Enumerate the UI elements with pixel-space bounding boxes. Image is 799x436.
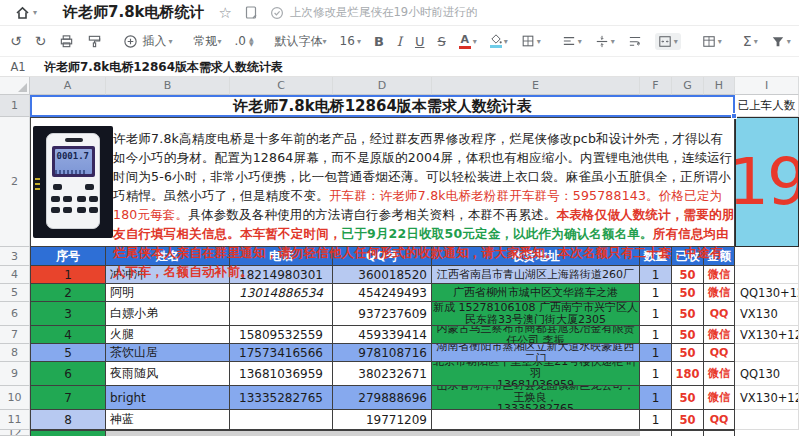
cell-I8[interactable] <box>735 344 799 362</box>
home-button[interactable]: ▾ <box>14 5 37 21</box>
cell-C9[interactable]: 13681036959 <box>230 362 333 386</box>
row-header-9[interactable]: 9 <box>0 362 30 386</box>
cell-H11[interactable]: QQ <box>704 410 735 430</box>
cell-I10[interactable]: VX130+12 <box>735 386 799 410</box>
cell-G11[interactable]: 50 <box>672 410 704 430</box>
cell-A4[interactable]: 1 <box>30 266 106 284</box>
row-header-2[interactable]: 2 <box>0 117 30 247</box>
cell-H12[interactable] <box>704 430 735 436</box>
insert-button[interactable]: 插入 ▾ <box>123 33 172 50</box>
cell-B12[interactable] <box>106 430 640 436</box>
horizontal-align-button[interactable]: ▾ <box>562 35 582 47</box>
number-format-select[interactable]: 常规▾ <box>193 33 221 50</box>
print-button[interactable] <box>59 34 74 49</box>
underline-button[interactable]: U <box>415 34 425 49</box>
cell-B8[interactable]: 茶饮山居 <box>106 344 230 362</box>
sheet-title-cell[interactable]: 许老师7.8k电桥12864版本需求人数统计表 <box>30 95 735 117</box>
cell-I5[interactable]: QQ130+12 <box>735 284 799 302</box>
boarded-label-cell[interactable]: 已上车人数 <box>735 95 799 117</box>
cell-A11[interactable]: 8 <box>30 410 106 430</box>
row-header-4[interactable]: 4 <box>0 266 30 284</box>
wrap-text-button[interactable] <box>628 35 642 47</box>
cell-C5[interactable]: 13014886534 <box>230 284 333 302</box>
formula-input[interactable]: 许老师7.8k电桥12864版本需求人数统计表 <box>44 59 283 76</box>
col-header-G[interactable]: G <box>672 77 704 95</box>
cell-A9[interactable]: 6 <box>30 362 106 386</box>
row-header-3[interactable]: 3 <box>0 247 30 266</box>
cell-G7[interactable]: 50 <box>672 326 704 344</box>
cell-E11[interactable] <box>432 410 640 430</box>
fill-color-button[interactable]: ▾ <box>490 34 508 48</box>
cell-A7[interactable]: 4 <box>30 326 106 344</box>
cell-I11[interactable] <box>735 410 799 430</box>
row-header-5[interactable]: 5 <box>0 284 30 302</box>
cell-C11[interactable] <box>230 410 333 430</box>
cell-H8[interactable]: QQ <box>704 344 735 362</box>
merge-cells-button[interactable]: ▾ <box>655 33 681 50</box>
cell-C10[interactable]: 13335282765 <box>230 386 333 410</box>
boarded-count-cell[interactable]: 19 <box>735 117 799 247</box>
vertical-align-button[interactable]: ▾ <box>595 35 615 48</box>
borders-button[interactable]: ▾ <box>521 34 541 48</box>
cell-G8[interactable]: 50 <box>672 344 704 362</box>
italic-button[interactable]: I <box>397 34 402 49</box>
font-family-select[interactable]: 默认字体▾ <box>275 33 327 50</box>
cell-C7[interactable]: 15809532559 <box>230 326 333 344</box>
cell-I4[interactable] <box>735 266 799 284</box>
row-header-11[interactable]: 11 <box>0 410 30 430</box>
name-box[interactable]: A1 <box>0 60 36 74</box>
cell-D10[interactable]: 279888696 <box>333 386 432 410</box>
cell-C6[interactable] <box>230 302 333 326</box>
cell-H6[interactable]: QQ <box>704 302 735 326</box>
cell-F6[interactable]: 1 <box>640 302 672 326</box>
font-size-select[interactable]: 16▾ <box>340 34 361 48</box>
favorite-star-icon[interactable]: ☆ <box>219 4 232 22</box>
cell-D9[interactable]: 380232671 <box>333 362 432 386</box>
font-color-button[interactable]: A ▾ <box>459 34 477 49</box>
cell-I7[interactable]: VX130+12 <box>735 326 799 344</box>
row-header-8[interactable]: 8 <box>0 344 30 362</box>
cell-F11[interactable]: 1 <box>640 410 672 430</box>
cell-G9[interactable]: 180 <box>672 362 704 386</box>
cell-D5[interactable]: 454249493 <box>333 284 432 302</box>
cell-D11[interactable]: 19771209 <box>333 410 432 430</box>
row-header-1[interactable]: 1 <box>0 95 30 117</box>
cell-D7[interactable]: 459339414 <box>333 326 432 344</box>
cell-G10[interactable]: 50 <box>672 386 704 410</box>
cell-H10[interactable]: 微信 <box>704 386 735 410</box>
bold-button[interactable]: B <box>374 34 384 49</box>
cell-E6[interactable]: 新成 15278106108 广西南宁市兴宁区人民东路33号澳门街大厦2305 <box>432 302 640 326</box>
strikethrough-button[interactable]: S <box>437 34 445 49</box>
cell-G5[interactable]: 50 <box>672 284 704 302</box>
select-all-corner[interactable] <box>0 77 30 95</box>
cell-E10[interactable]: 山东省菏泽市巨野县龙固镇新巨龙公司，王焕良， 13335282765 <box>432 386 640 410</box>
decimal-stepper-icon[interactable]: ▲▼ <box>249 36 254 46</box>
cell-F5[interactable]: 1 <box>640 284 672 302</box>
cell-G6[interactable]: 50 <box>672 302 704 326</box>
cell-G12[interactable] <box>672 430 704 436</box>
col-header-F[interactable]: F <box>640 77 672 95</box>
col-header-I[interactable]: I <box>735 77 799 95</box>
cell-I3[interactable] <box>735 247 799 266</box>
cell-B11[interactable]: 神蓝 <box>106 410 230 430</box>
row-header-6[interactable]: 6 <box>0 302 30 326</box>
cell-H5[interactable]: 微信 <box>704 284 735 302</box>
col-header-C[interactable]: C <box>230 77 333 95</box>
decimal-control[interactable]: .0 ▲▼ <box>235 34 254 48</box>
cell-H9[interactable]: 微信 <box>704 362 735 386</box>
col-header-A[interactable]: A <box>30 77 106 95</box>
cell-D6[interactable]: 937237609 <box>333 302 432 326</box>
cell-E5[interactable]: 广西省柳州市城中区文华路车之港 <box>432 284 640 302</box>
cell-H7[interactable]: 微信 <box>704 326 735 344</box>
cell-F8[interactable]: 1 <box>640 344 672 362</box>
undo-button[interactable]: ↺ <box>10 33 22 49</box>
cell-A12[interactable] <box>30 430 106 436</box>
col-header-D[interactable]: D <box>333 77 432 95</box>
cell-A10[interactable]: 7 <box>30 386 106 410</box>
cell-B7[interactable]: 火腿 <box>106 326 230 344</box>
cell-E9[interactable]: 北京市朝阳区十里堡东里21号楼快递柜 叶羽 13681036959 <box>432 362 640 386</box>
cell-B10[interactable]: bright <box>106 386 230 410</box>
cell-B6[interactable]: 白嫖小弟 <box>106 302 230 326</box>
copy-doc-button[interactable] <box>244 5 258 20</box>
col-header-E[interactable]: E <box>432 77 640 95</box>
